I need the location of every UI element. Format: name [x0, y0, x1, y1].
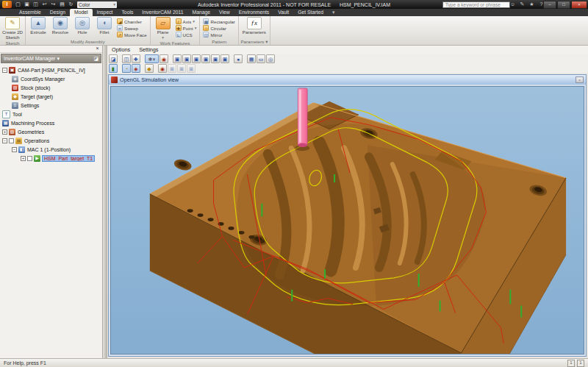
tree-item-mac1[interactable]: − ◧ MAC 1 (1-Position): [0, 145, 102, 154]
tab-inspect[interactable]: Inspect: [93, 9, 118, 16]
zoom-window-icon[interactable]: ◫: [122, 54, 131, 63]
turbo-mode-icon[interactable]: ▮: [109, 64, 118, 73]
chamfer-button[interactable]: ◢ Chamfer: [117, 18, 147, 24]
grid-icon[interactable]: ▦: [247, 54, 256, 63]
panel-title-dropdown-icon[interactable]: ▾: [57, 56, 60, 61]
move-face-button[interactable]: ↗ Move Face: [117, 32, 147, 38]
status-badge-2[interactable]: 1: [577, 360, 584, 367]
expand-icon[interactable]: +: [2, 129, 7, 135]
point-button[interactable]: ✚ Point ▾: [176, 25, 197, 31]
favorites-star-icon[interactable]: ★: [528, 1, 536, 8]
menu-settings[interactable]: Settings: [139, 46, 158, 53]
machine-view-icon-5[interactable]: ▣: [211, 54, 220, 63]
collapse-icon[interactable]: −: [12, 147, 17, 152]
options-gear-dropdown-icon[interactable]: ✱▾: [145, 54, 159, 63]
maximize-button[interactable]: □: [557, 1, 570, 9]
operation-checkbox[interactable]: [27, 156, 32, 161]
machine-view-icon-6[interactable]: ▣: [220, 54, 229, 63]
open-file-icon[interactable]: ▣: [23, 1, 31, 8]
search-input[interactable]: [442, 1, 510, 8]
magnifier-icon[interactable]: ◎: [266, 54, 275, 63]
tab-model[interactable]: Model: [70, 9, 93, 16]
tree-item-stock[interactable]: ▨ Stock (stock): [0, 83, 102, 92]
tree-item-geometries[interactable]: + ▧ Geometries: [0, 127, 102, 136]
axis-dropdown-icon[interactable]: ▾: [193, 19, 195, 24]
tree-item-machining-process[interactable]: ▦ Machining Process: [0, 118, 102, 127]
plane-button[interactable]: ▱ Plane ▾: [152, 17, 174, 40]
sweep-button[interactable]: ≈ Sweep: [117, 25, 147, 31]
mirror-button[interactable]: ◫ Mirror: [203, 32, 234, 38]
machine-view-icon-2[interactable]: ▣: [182, 54, 191, 63]
extrude-button[interactable]: ▲ Extrude: [27, 17, 49, 35]
undo-icon[interactable]: ↩: [40, 1, 49, 8]
machine-view-icon-4[interactable]: ▣: [201, 54, 210, 63]
machine-view-icon-3[interactable]: ▣: [192, 54, 201, 63]
pattern-group-label[interactable]: Pattern: [200, 38, 237, 45]
pick-zoom-icon[interactable]: ◉: [159, 54, 168, 63]
menu-options[interactable]: Options: [112, 46, 130, 53]
eraser-icon[interactable]: ◆: [145, 64, 154, 73]
gauge-icon[interactable]: ◔: [122, 64, 131, 73]
status-badge-1[interactable]: 1: [567, 360, 575, 367]
redo-icon[interactable]: ↪: [49, 1, 57, 8]
tab-environments[interactable]: Environments: [234, 9, 274, 16]
tab-view[interactable]: View: [215, 9, 234, 16]
expand-icon[interactable]: +: [21, 156, 26, 161]
minimize-button[interactable]: –: [543, 1, 556, 9]
collapse-icon[interactable]: −: [2, 68, 7, 73]
work-features-group-label[interactable]: Work Features: [151, 40, 200, 46]
tree-item-settings[interactable]: ≡ Settings: [0, 101, 102, 110]
tab-inventorcam-2011[interactable]: InventorCAM 2011: [137, 9, 187, 16]
inventor-logo-icon[interactable]: I: [2, 1, 12, 8]
simulation-window-titlebar[interactable]: OpenGL Simulation view ▫: [109, 75, 586, 85]
tree-item-target[interactable]: ◆ Target (target): [0, 92, 102, 101]
tree-item-tool[interactable]: T Tool: [0, 110, 102, 118]
tree-item-operations[interactable]: − ▤ Operations: [0, 136, 102, 145]
axis-button[interactable]: / Axis ▾: [176, 18, 197, 24]
sign-in-icon[interactable]: ☺: [509, 1, 517, 8]
tree-item-hsm-part-target[interactable]: + ▶ HSM_Part_target_T1: [0, 154, 102, 163]
window-view-icon[interactable]: ▭: [257, 54, 265, 63]
ribbon-display-toggle[interactable]: ▾: [332, 9, 334, 16]
tree-item-coordsys-manager[interactable]: ◈ CoordSys Manager: [0, 74, 102, 83]
hole-button[interactable]: ◎ Hole: [71, 17, 93, 35]
rectangular-pattern-button[interactable]: ▦ Rectangular: [203, 18, 234, 24]
point-dropdown-icon[interactable]: ▾: [195, 26, 197, 30]
tab-manage[interactable]: Manage: [188, 9, 215, 16]
tab-vault[interactable]: Vault: [273, 9, 293, 16]
tab-get-started[interactable]: Get Started: [293, 9, 328, 16]
color-dropdown[interactable]: Color ▾: [77, 1, 117, 8]
target-compare-icon[interactable]: ◈: [132, 64, 140, 73]
update-icon[interactable]: ↻: [67, 1, 75, 8]
fillet-button[interactable]: ◖ Fillet: [93, 17, 115, 35]
print-icon[interactable]: ▤: [58, 1, 66, 8]
parameters-group-label[interactable]: Parameters ▾: [239, 38, 270, 45]
machine-view-icon-1[interactable]: ▣: [173, 54, 182, 63]
panel-header[interactable]: InventorCAM Manager ▾ ◪: [1, 54, 101, 63]
collapse-icon[interactable]: −: [2, 138, 7, 143]
operations-checkbox[interactable]: [9, 138, 14, 143]
new-file-icon[interactable]: ▢: [14, 1, 22, 8]
globe-icon[interactable]: ●: [234, 54, 243, 63]
tab-assemble[interactable]: Assemble: [15, 9, 46, 16]
tab-design[interactable]: Design: [46, 9, 70, 16]
save-icon[interactable]: ◫: [32, 1, 40, 8]
close-button[interactable]: ×: [571, 1, 587, 9]
add-icon[interactable]: ✚: [132, 54, 140, 63]
parameters-button[interactable]: ƒx Parameters: [240, 17, 268, 35]
3d-viewport[interactable]: [110, 86, 584, 354]
panel-close-icon[interactable]: ×: [94, 46, 101, 51]
revolve-button[interactable]: ◉ Revolve: [49, 17, 71, 35]
sketch-group-label[interactable]: Sketch: [0, 40, 25, 46]
modify-assembly-group-label[interactable]: Modify Assembly: [26, 38, 150, 45]
tree-item-cam-part[interactable]: − ▣ CAM-Part [HSM_PENCIL_IV]: [0, 65, 102, 74]
panel-options-icon[interactable]: ◪: [93, 54, 98, 63]
simulation-window-size-button[interactable]: ▫: [576, 76, 584, 83]
create-2d-sketch-button[interactable]: ✎ Create 2D Sketch: [1, 17, 24, 40]
pen-icon[interactable]: ✎: [518, 1, 526, 8]
circular-pattern-button[interactable]: ○ Circular: [203, 25, 234, 31]
ucs-button[interactable]: L UCS: [176, 32, 197, 38]
alarm-icon[interactable]: ◉: [158, 64, 167, 73]
exit-simulation-icon[interactable]: ◪: [109, 54, 118, 63]
tab-tools[interactable]: Tools: [117, 9, 137, 16]
